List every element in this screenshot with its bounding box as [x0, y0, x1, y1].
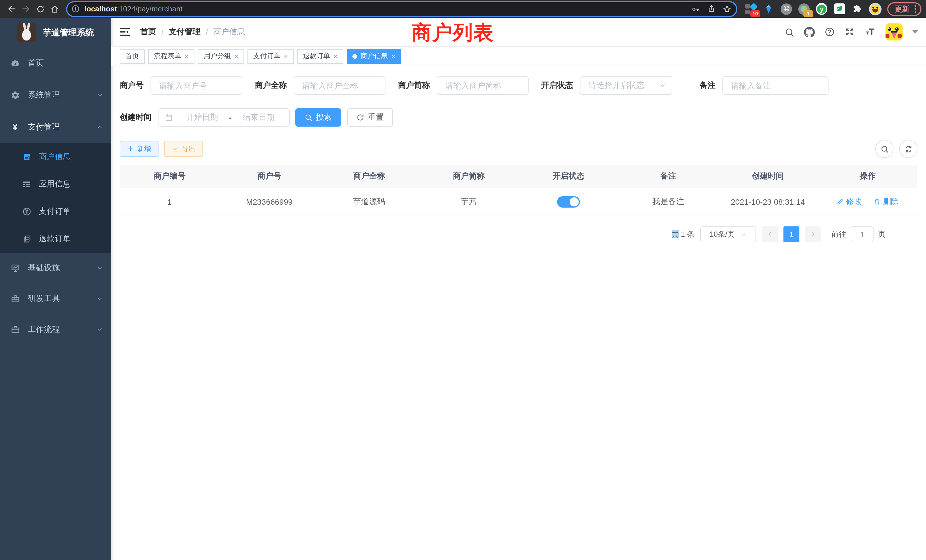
close-icon[interactable]: ×	[185, 53, 189, 60]
tab-home[interactable]: 首页	[120, 49, 145, 64]
site-info-icon[interactable]	[70, 3, 81, 15]
tab-process-form[interactable]: 流程表单×	[148, 49, 194, 64]
add-button-label: 新增	[138, 144, 151, 154]
status-toggle[interactable]	[557, 196, 580, 207]
sidebar-item-label: 基础设施	[28, 263, 60, 273]
sidebar-item-app-info[interactable]: 应用信息	[0, 171, 111, 198]
browser-update-button[interactable]: 更新	[887, 2, 921, 16]
col-short-name: 商户简称	[419, 165, 519, 188]
browser-forward-icon[interactable]	[19, 2, 33, 16]
tab-pay-order[interactable]: 支付订单×	[247, 49, 294, 64]
filter-label: 商户简称	[398, 80, 430, 91]
user-avatar[interactable]	[885, 23, 903, 41]
address-bar[interactable]: localhost:1024/pay/merchant	[66, 1, 737, 17]
cell-remark: 我是备注	[618, 188, 718, 216]
reset-button[interactable]: 重置	[347, 108, 393, 127]
dashboard-icon	[10, 59, 20, 68]
sidebar-item-label: 系统管理	[28, 90, 60, 100]
font-size-icon[interactable]	[864, 27, 876, 37]
sidebar-item-system[interactable]: 系统管理	[0, 79, 111, 111]
add-button[interactable]: 新增	[120, 141, 159, 157]
extension-y-icon[interactable]: y	[816, 3, 828, 15]
goto-suffix: 页	[878, 229, 885, 239]
chevron-down-icon	[96, 265, 103, 271]
extension-chat-icon[interactable]	[834, 3, 845, 15]
sidebar-item-label: 退款订单	[39, 234, 71, 244]
sidebar-item-workflow[interactable]: 工作流程	[0, 314, 111, 345]
sidebar-item-home[interactable]: 首页	[0, 47, 111, 79]
cell-actions: 修改 删除	[818, 188, 917, 216]
status-select[interactable]: 请选择开启状态	[580, 76, 672, 95]
merchant-no-input[interactable]	[151, 76, 242, 95]
breadcrumb-home[interactable]: 首页	[140, 27, 156, 37]
header-search-icon[interactable]	[785, 27, 794, 37]
extension-gem-icon[interactable]	[763, 3, 774, 15]
page-1-button[interactable]: 1	[784, 226, 799, 242]
create-time-range-picker[interactable]: 开始日期 - 结束日期	[159, 108, 290, 127]
sidebar-item-refund-order[interactable]: 退款订单	[0, 225, 111, 253]
avatar-caret-icon[interactable]	[912, 30, 918, 34]
goto-page-input[interactable]	[851, 226, 873, 242]
tab-refund-order[interactable]: 退款订单×	[297, 49, 343, 64]
close-icon[interactable]: ×	[284, 53, 288, 60]
remark-input[interactable]	[722, 76, 829, 95]
extension-circle-icon[interactable]: 1	[798, 3, 809, 15]
export-button[interactable]: 导出	[164, 141, 203, 157]
extensions-puzzle-icon[interactable]	[851, 3, 863, 15]
sidebar-item-pay-order[interactable]: 支付订单	[0, 198, 111, 225]
plus-icon	[127, 145, 134, 152]
tab-label: 商户信息	[360, 51, 388, 61]
sidebar-item-infrastructure[interactable]: 基础设施	[0, 253, 111, 283]
browser-home-icon[interactable]	[47, 2, 62, 16]
toggle-search-button[interactable]	[875, 140, 894, 158]
cell-short-name: 芋艿	[419, 188, 519, 216]
refresh-icon	[356, 114, 365, 121]
sidebar-item-merchant-info[interactable]: 商户信息	[0, 143, 111, 171]
bookmark-star-icon[interactable]	[722, 4, 732, 14]
prev-page-button[interactable]	[762, 226, 778, 242]
edit-link[interactable]: 修改	[836, 197, 862, 207]
fullscreen-icon[interactable]	[844, 27, 855, 37]
tab-user-group[interactable]: 用户分组×	[198, 49, 244, 64]
sidebar-item-payment[interactable]: ¥ 支付管理	[0, 111, 111, 143]
url-path: :1024/pay/merchant	[117, 5, 183, 13]
github-icon[interactable]	[804, 27, 815, 37]
sidebar-item-label: 工作流程	[28, 324, 60, 335]
close-icon[interactable]: ×	[235, 53, 238, 60]
password-key-icon[interactable]	[691, 4, 700, 14]
extension-command-icon[interactable]: ⌘	[781, 3, 792, 15]
cell-full-name: 芋道源码	[319, 188, 419, 216]
logo-image	[17, 23, 36, 42]
close-icon[interactable]: ×	[391, 53, 395, 60]
sidebar-item-dev-tools[interactable]: 研发工具	[0, 283, 111, 314]
tab-merchant-info[interactable]: 商户信息×	[346, 49, 401, 64]
share-icon[interactable]	[707, 5, 716, 13]
filter-label: 开启状态	[541, 80, 573, 91]
refresh-table-button[interactable]	[899, 140, 917, 158]
merchant-short-name-input[interactable]	[437, 76, 528, 95]
tab-label: 支付订单	[253, 51, 280, 61]
yen-icon: ¥	[10, 123, 20, 132]
merchant-full-name-input[interactable]	[294, 76, 386, 95]
browser-menu-icon[interactable]	[915, 5, 916, 13]
breadcrumb-separator: /	[206, 27, 208, 36]
close-icon[interactable]: ×	[334, 53, 337, 60]
delete-link[interactable]: 删除	[873, 197, 899, 207]
browser-back-icon[interactable]	[5, 2, 19, 16]
breadcrumb-payment[interactable]: 支付管理	[169, 27, 201, 37]
tags-view-bar: 首页 流程表单× 用户分组× 支付订单× 退款订单× 商户信息×	[111, 46, 926, 66]
browser-profile-avatar[interactable]	[869, 3, 882, 15]
chevron-up-icon	[96, 124, 103, 130]
page-content: 商户号 商户全称 商户简称 开启状态 请选择开启状态	[111, 66, 926, 560]
search-button[interactable]: 搜索	[295, 108, 341, 127]
app-logo[interactable]: 芋道管理系统	[0, 18, 111, 47]
browser-reload-icon[interactable]	[33, 2, 47, 16]
refresh-icon	[904, 145, 912, 153]
page-size-select[interactable]: 10条/页	[700, 226, 756, 242]
help-icon[interactable]	[825, 27, 835, 37]
next-page-button[interactable]	[805, 226, 821, 242]
extension-badge: 10	[750, 10, 760, 17]
extension-grid-icon[interactable]: 10	[745, 3, 757, 15]
sidebar-fold-icon[interactable]	[119, 26, 131, 38]
chevron-down-icon	[96, 295, 103, 302]
